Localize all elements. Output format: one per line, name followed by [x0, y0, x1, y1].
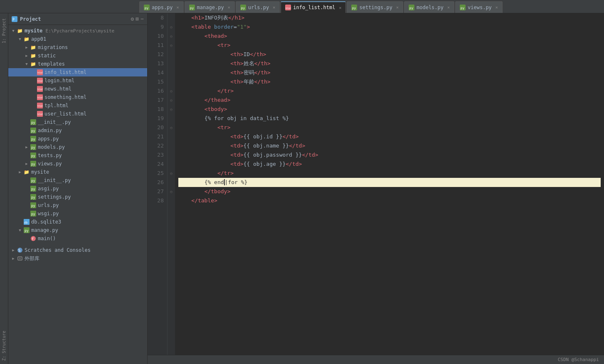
py-file-icon: py	[30, 210, 37, 217]
code-line-17: </thead>	[178, 96, 601, 105]
tree-item-info-list-html[interactable]: html info_list.html	[8, 68, 147, 76]
code-line-11: <tr>	[178, 41, 601, 50]
code-content[interactable]: <h1>INFO列表</h1> <table border="1"> <thea…	[175, 13, 604, 355]
code-line-10: <thead>	[178, 32, 601, 41]
tree-item-wsgi-py[interactable]: py wsgi.py	[8, 209, 147, 218]
tree-item-settings-py[interactable]: py settings.py	[8, 193, 147, 201]
layout-icon[interactable]: ⊞	[136, 16, 139, 22]
tree-item-models-py[interactable]: py models.py	[8, 143, 147, 151]
tree-item-mysite-root[interactable]: 📁 mysite E:\PycharmProjects\mysite	[8, 27, 147, 35]
tab-close[interactable]: ✕	[496, 5, 498, 10]
line-numbers: 8 9 10 11 12 13 14 15 16 17 18 19 20 21 …	[148, 13, 168, 355]
tab-info-list-html[interactable]: html info_list.html ✕	[281, 1, 346, 13]
tree-arrow	[10, 256, 17, 261]
tree-item-tests-py[interactable]: py tests.py	[8, 151, 147, 160]
svg-text:py: py	[31, 204, 35, 208]
code-line-18: <tbody>	[178, 105, 601, 114]
svg-text:P: P	[12, 18, 15, 22]
tree-item-tpl-html[interactable]: html tpl.html	[8, 101, 147, 110]
py-file-icon: py	[30, 194, 37, 200]
folder-icon: 📁	[30, 52, 37, 59]
folder-icon: 📁	[23, 36, 30, 42]
tree-arrow	[17, 170, 23, 174]
svg-text:py: py	[31, 146, 35, 150]
tree-item-login-html[interactable]: html login.html	[8, 76, 147, 85]
tab-apps-py[interactable]: py apps.py ✕	[139, 1, 184, 13]
tree-arrow	[23, 54, 30, 58]
html-file-icon: html	[37, 77, 43, 84]
tree-item-init-mysite[interactable]: py __init__.py	[8, 176, 147, 184]
db-file-icon: db	[23, 219, 30, 225]
tree-item-urls-py[interactable]: py urls.py	[8, 201, 147, 209]
code-line-8: <h1>INFO列表</h1>	[178, 13, 601, 22]
tree-item-manage-py[interactable]: py manage.py	[8, 226, 147, 234]
tree-item-db-sqlite3[interactable]: db db.sqlite3	[8, 218, 147, 226]
minimize-icon[interactable]: −	[141, 16, 144, 22]
tree-item-app01[interactable]: 📁 app01	[8, 35, 147, 43]
svg-text:html: html	[37, 104, 43, 107]
tree-item-apps-py[interactable]: py apps.py	[8, 135, 147, 143]
code-area[interactable]: 8 9 10 11 12 13 14 15 16 17 18 19 20 21 …	[148, 13, 604, 355]
tab-views-py[interactable]: py views.py ✕	[455, 1, 503, 13]
code-line-14: <th>密码</th>	[178, 68, 601, 77]
tree-item-templates[interactable]: 📁 templates	[8, 60, 147, 68]
py-file-icon: py	[30, 119, 37, 125]
tab-close[interactable]: ✕	[228, 5, 230, 10]
settings-icon[interactable]: ⚙	[131, 16, 134, 22]
tab-close[interactable]: ✕	[177, 5, 179, 10]
tab-label: settings.py	[359, 5, 392, 10]
code-line-26: {% end|for %}	[178, 178, 601, 187]
py-file-icon: py	[30, 202, 37, 209]
tab-label: manage.py	[197, 5, 224, 10]
header-icons: ⚙ ⊞ −	[131, 16, 144, 22]
svg-text:html: html	[37, 79, 43, 82]
code-line-28: </table>	[178, 196, 601, 205]
svg-text:f: f	[32, 237, 34, 241]
tree-item-admin-py[interactable]: py admin.py	[8, 126, 147, 135]
py-file-icon: py	[30, 152, 37, 159]
tab-label: info_list.html	[293, 5, 335, 10]
svg-rect-58	[18, 257, 22, 260]
svg-text:py: py	[31, 187, 35, 191]
code-line-21: <td>{{ obj.id }}</td>	[178, 132, 601, 141]
py-icon: py	[240, 5, 246, 10]
tree-item-migrations[interactable]: 📁 migrations	[8, 43, 147, 52]
tree-item-init-app01[interactable]: py __init__.py	[8, 118, 147, 126]
svg-text:py: py	[241, 6, 245, 10]
structure-side-tab[interactable]: Z: Structure	[1, 327, 7, 364]
code-line-25: </tr>	[178, 169, 601, 178]
tree-item-static[interactable]: 📁 static	[8, 52, 147, 60]
tree-item-views-py[interactable]: py views.py	[8, 160, 147, 168]
scratches-icon: S	[17, 247, 23, 253]
tab-manage-py[interactable]: py manage.py ✕	[185, 1, 235, 13]
code-line-27: </tbody>	[178, 187, 601, 196]
folder-icon: 📁	[23, 169, 30, 175]
tab-label: models.py	[417, 5, 444, 10]
project-side-tab[interactable]: 1: Project	[1, 15, 7, 47]
tree-arrow	[23, 162, 30, 166]
tree-item-external-lib[interactable]: 外部库	[8, 254, 147, 263]
tab-settings-py[interactable]: py settings.py ✕	[347, 1, 403, 13]
sidebar-left-bar: 1: Project Z: Structure	[0, 13, 8, 364]
tab-close[interactable]: ✕	[339, 5, 341, 10]
tree-arrow	[10, 29, 17, 33]
svg-text:py: py	[31, 138, 35, 141]
library-icon	[17, 255, 23, 262]
tree-arrow	[23, 145, 30, 149]
tree-arrow	[23, 45, 30, 49]
tree-item-something-html[interactable]: html something.html	[8, 93, 147, 101]
tree-item-news-html[interactable]: html news.html	[8, 85, 147, 93]
tab-close[interactable]: ✕	[447, 5, 450, 10]
tab-close[interactable]: ✕	[273, 5, 275, 10]
tab-close[interactable]: ✕	[396, 5, 399, 10]
py-icon: py	[460, 5, 466, 10]
tree-item-user-list-html[interactable]: html user_list.html	[8, 110, 147, 118]
tab-models-py[interactable]: py models.py ✕	[404, 1, 454, 13]
code-line-12: <th>ID</th>	[178, 50, 601, 59]
tree-item-asgi-py[interactable]: py asgi.py	[8, 184, 147, 193]
tab-urls-py[interactable]: py urls.py ✕	[236, 1, 280, 13]
tree-item-scratches[interactable]: S Scratches and Consoles	[8, 246, 147, 254]
tab-bar: py apps.py ✕ py manage.py ✕ py urls.py ✕…	[0, 0, 604, 13]
tree-item-main-func[interactable]: f main()	[8, 234, 147, 243]
tree-item-mysite-inner[interactable]: 📁 mysite	[8, 168, 147, 176]
